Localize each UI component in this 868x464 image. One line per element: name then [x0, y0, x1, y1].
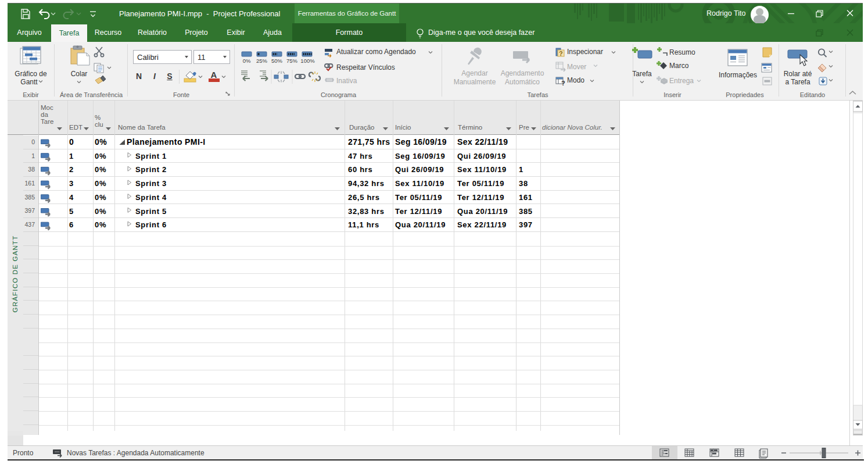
svg-text:?: ?	[559, 50, 563, 57]
svg-text:?: ?	[561, 80, 565, 87]
